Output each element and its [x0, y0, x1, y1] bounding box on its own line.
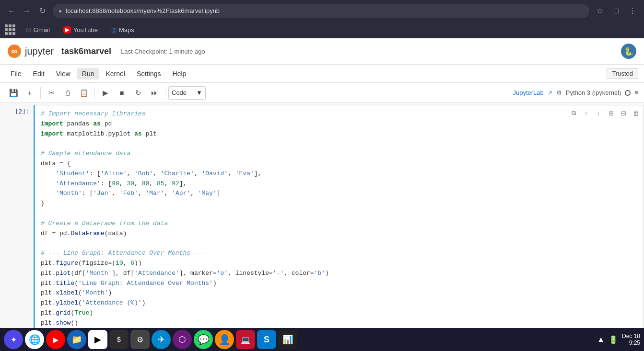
gmail-bookmark[interactable]: M Gmail	[23, 25, 53, 35]
lock-icon: ●	[59, 8, 62, 14]
assistant-icon[interactable]: ✦	[4, 330, 23, 349]
youtube-icon: ▶	[63, 26, 71, 34]
cell-toolbar: ⧉ ↑ ↓ ⊞ ⊟ 🗑	[568, 107, 642, 119]
menu-bar: File Edit View Run Kernel Settings Help	[6, 68, 607, 79]
code-cell[interactable]: ⧉ ↑ ↓ ⊞ ⊟ 🗑 # Import necessary libraries…	[34, 105, 644, 328]
kernel-menu-icon[interactable]: ≡	[634, 89, 638, 96]
cell-type-arrow: ▼	[196, 89, 202, 96]
cell-gutter: [2]:	[0, 105, 34, 328]
cell-container: [2]: ⧉ ↑ ↓ ⊞ ⊟ 🗑 # Import necessary libr…	[0, 103, 644, 328]
star-button[interactable]: ☆	[593, 4, 607, 18]
maps-icon: ◎	[111, 26, 117, 34]
taskbar: ✦ 🌐 ▶ 📁 ▶ $ ⚙ ✈ ⬡ 💬 👤 💻 S 📊 ▲ 🔋 Dec 1	[0, 328, 644, 351]
files-icon[interactable]: 📁	[67, 330, 86, 349]
dev-tools-icon[interactable]: 💻	[236, 330, 255, 349]
chrome-icon[interactable]: 🌐	[25, 330, 44, 349]
run-button[interactable]: ▶	[98, 85, 113, 101]
notebook-scroll[interactable]: [2]: ⧉ ↑ ↓ ⊞ ⊟ 🗑 # Import necessary libr…	[0, 103, 644, 328]
cell-add-button[interactable]: ⊞	[605, 107, 617, 119]
cell-down-button[interactable]: ↓	[593, 107, 604, 119]
cell-number: [2]:	[15, 108, 30, 115]
terminal-icon[interactable]: $	[109, 330, 129, 349]
cell-type-label: Code	[172, 89, 187, 96]
cell-type-select[interactable]: Code ▼	[168, 86, 206, 100]
menu-run[interactable]: Run	[77, 68, 99, 79]
apps-icon[interactable]	[5, 24, 15, 35]
menu-settings[interactable]: Settings	[132, 68, 166, 79]
menu-kernel[interactable]: Kernel	[101, 68, 129, 79]
gmail-icon: M	[26, 26, 31, 34]
vpn-icon[interactable]: ⬡	[173, 330, 192, 349]
code-content[interactable]: # Import necessary libraries import pand…	[35, 105, 644, 328]
kernel-label: Python 3 (ipykernel)	[566, 89, 621, 96]
cell-minus-button[interactable]: ⊟	[618, 107, 629, 119]
notebook-name[interactable]: task6marvel	[61, 46, 111, 57]
taskbar-datetime: Dec 18 9:25	[622, 333, 640, 346]
wifi-icon: ▲	[597, 335, 605, 344]
reload-button[interactable]: ↻	[35, 4, 49, 18]
maps-bookmark[interactable]: ◎ Maps	[108, 25, 137, 35]
restart-button[interactable]: ↻	[130, 85, 146, 101]
avatar-icon[interactable]: 👤	[215, 330, 234, 349]
address-bar[interactable]: ● localhost:8888/notebooks/myenv%2Ftask6…	[53, 4, 589, 18]
url-text: localhost:8888/notebooks/myenv%2Ftask6ma…	[66, 7, 220, 14]
cell-copy-button[interactable]: ⧉	[568, 107, 579, 119]
monitor-icon[interactable]: 📊	[278, 330, 297, 349]
copy-button[interactable]: ⎙	[60, 85, 75, 101]
toolbar-divider-1	[40, 87, 41, 99]
kernel-info: JupyterLab ↗ ⚙ Python 3 (ipykernel) ≡	[513, 89, 638, 96]
menu-view[interactable]: View	[51, 68, 75, 79]
telegram-icon[interactable]: ✈	[152, 330, 171, 349]
code-editor-icon[interactable]: S	[257, 330, 276, 349]
stop-button[interactable]: ■	[114, 85, 129, 101]
maps-label: Maps	[119, 26, 134, 34]
jupyterlab-link[interactable]: JupyterLab	[513, 89, 543, 96]
add-cell-button[interactable]: +	[22, 85, 37, 101]
forward-button[interactable]: →	[20, 4, 34, 18]
taskbar-right: ▲ 🔋 Dec 18 9:25	[597, 333, 640, 346]
youtube-taskbar-icon[interactable]: ▶	[46, 330, 65, 349]
menu-edit[interactable]: Edit	[28, 68, 49, 79]
extension-button[interactable]: □	[609, 4, 623, 18]
jupyter-logo: ∞ jupyter	[8, 45, 54, 58]
taskbar-date: Dec 18	[622, 333, 640, 340]
back-button[interactable]: ←	[5, 4, 18, 18]
kernel-status-circle	[625, 90, 631, 96]
gmail-label: Gmail	[34, 26, 50, 34]
toolbar-divider-3	[165, 87, 165, 99]
settings-taskbar-icon[interactable]: ⚙	[130, 330, 150, 349]
save-button[interactable]: 💾	[6, 85, 21, 101]
restart-run-button[interactable]: ⏭	[147, 85, 162, 101]
trusted-badge: Trusted	[607, 68, 638, 79]
youtube-label: YouTube	[73, 26, 98, 34]
menu-file[interactable]: File	[6, 68, 26, 79]
jupyter-title: jupyter	[25, 46, 54, 57]
checkpoint-text: Last Checkpoint: 1 minute ago	[121, 48, 205, 55]
browser-menu-button[interactable]: ⋮	[626, 4, 639, 18]
toolbar-divider-2	[94, 87, 95, 99]
taskbar-time: 9:25	[629, 340, 640, 346]
menu-help[interactable]: Help	[168, 68, 191, 79]
python-badge: 🐍	[621, 44, 636, 59]
paste-button[interactable]: 📋	[76, 85, 92, 101]
cell-delete-button[interactable]: 🗑	[630, 107, 642, 119]
cell-up-button[interactable]: ↑	[580, 107, 592, 119]
whatsapp-icon[interactable]: 💬	[194, 330, 213, 349]
jupyter-logo-icon: ∞	[8, 45, 21, 58]
settings-icon[interactable]: ⚙	[556, 89, 562, 96]
battery-icon: 🔋	[609, 335, 618, 344]
youtube-bookmark[interactable]: ▶ YouTube	[60, 25, 101, 35]
play-store-icon[interactable]: ▶	[88, 330, 107, 349]
cut-button[interactable]: ✂	[44, 85, 59, 101]
jupyterlab-ext-icon: ↗	[548, 90, 552, 96]
python-badge-text: 🐍	[624, 47, 633, 56]
